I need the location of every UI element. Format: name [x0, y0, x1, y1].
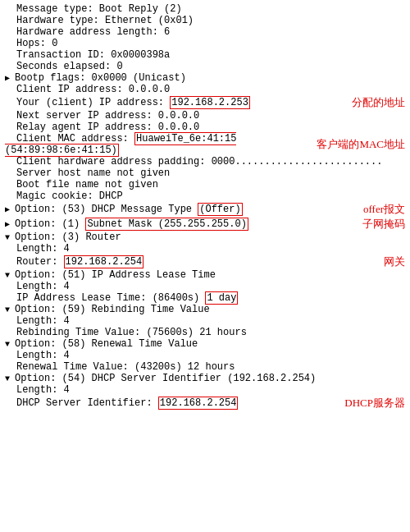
highlighted-value-opt3-router: 192.168.2.254 [64, 255, 144, 268]
line-opt59: ▼Option: (59) Rebinding Time Value [5, 304, 405, 315]
text-opt58-len: Length: 4 [16, 350, 70, 361]
line-opt58-val: Renewal Time Value: (43200s) 12 hours [5, 361, 405, 373]
line-opt59-val: Rebinding Time Value: (75600s) 21 hours [5, 327, 405, 338]
text-bootp: Bootp flags: 0x0000 (Unicast) [15, 72, 186, 84]
line-opt1: ▶Option: (1) Subnet Mask (255.255.255.0)… [5, 217, 405, 232]
line-your-ip: Your (client) IP address: 192.168.2.253分… [5, 95, 405, 110]
annotation-opt1: 子网掩码 [362, 217, 405, 232]
text-msg-type: Message type: Boot Reply (2) [16, 3, 182, 15]
text-before-opt51-val: IP Address Lease Time: (86400s) [16, 292, 205, 304]
text-hw-addr-len: Hardware address length: 6 [16, 26, 170, 38]
text-boot-file: Boot file name not given [16, 179, 158, 190]
text-client-hw-pad: Client hardware address padding: 0000...… [16, 156, 382, 167]
arrow-down-icon[interactable]: ▼ [5, 233, 15, 242]
line-opt54-len: Length: 4 [5, 384, 405, 396]
text-opt51: Option: (51) IP Address Lease Time [15, 269, 216, 281]
line-seconds: Seconds elapsed: 0 [5, 61, 405, 72]
text-opt54-len: Length: 4 [16, 384, 70, 396]
annotation-client-mac: 客户端的MAC地址 [317, 137, 405, 152]
text-opt3-len: Length: 4 [16, 243, 70, 255]
line-magic-cookie: Magic cookie: DHCP [5, 190, 405, 202]
highlighted-value-opt1: Subnet Mask (255.255.255.0) [85, 218, 248, 231]
text-txid: Transaction ID: 0x0000398a [16, 49, 170, 61]
arrow-right-icon[interactable]: ▶ [5, 73, 15, 83]
line-opt53: ▶Option: (53) DHCP Message Type (Offer)o… [5, 202, 405, 217]
line-opt51: ▼Option: (51) IP Address Lease Time [5, 269, 405, 281]
text-opt59-val: Rebinding Time Value: (75600s) 21 hours [16, 327, 247, 338]
line-server-host: Server host name not given [5, 167, 405, 179]
arrow-right-icon[interactable]: ▶ [5, 219, 15, 229]
line-msg-type: Message type: Boot Reply (2) [5, 3, 405, 15]
text-opt59-len: Length: 4 [16, 315, 70, 327]
annotation-opt3-router: 网关 [384, 255, 405, 269]
text-opt58: Option: (58) Renewal Time Value [15, 338, 198, 350]
arrow-down-icon[interactable]: ▼ [5, 305, 15, 314]
arrow-down-icon[interactable]: ▼ [5, 271, 15, 280]
line-opt51-val: IP Address Lease Time: (86400s) 1 day [5, 292, 405, 304]
line-client-hw-pad: Client hardware address padding: 0000...… [5, 156, 405, 167]
line-txid: Transaction ID: 0x0000398a [5, 49, 405, 61]
arrow-down-icon[interactable]: ▼ [5, 374, 15, 383]
packet-detail-panel: Message type: Boot Reply (2)Hardware typ… [0, 0, 410, 414]
line-opt54-val: DHCP Server Identifier: 192.168.2.254DHC… [5, 396, 405, 410]
line-next-server: Next server IP address: 0.0.0.0 [5, 110, 405, 122]
text-before-opt54-val: DHCP Server Identifier: [16, 397, 158, 409]
annotation-opt53: offer报文 [363, 202, 405, 217]
text-magic-cookie: Magic cookie: DHCP [16, 190, 123, 202]
text-server-host: Server host name not given [16, 167, 170, 179]
highlighted-value-opt53: (Offer) [198, 203, 242, 216]
line-bootp: ▶Bootp flags: 0x0000 (Unicast) [5, 72, 405, 84]
highlighted-value-opt51-val: 1 day [205, 291, 238, 305]
line-opt58-len: Length: 4 [5, 350, 405, 361]
line-opt3-len: Length: 4 [5, 243, 405, 255]
line-opt54: ▼Option: (54) DHCP Server Identifier (19… [5, 373, 405, 384]
text-before-opt3-router: Router: [16, 256, 64, 268]
text-opt3: Option: (3) Router [15, 232, 121, 243]
line-hops: Hops: 0 [5, 38, 405, 49]
line-opt59-len: Length: 4 [5, 315, 405, 327]
line-opt3: ▼Option: (3) Router [5, 232, 405, 243]
highlighted-value-opt54-val: 192.168.2.254 [158, 397, 239, 410]
arrow-down-icon[interactable]: ▼ [5, 340, 15, 349]
text-opt59: Option: (59) Rebinding Time Value [15, 304, 210, 315]
line-opt51-len: Length: 4 [5, 281, 405, 292]
line-relay: Relay agent IP address: 0.0.0.0 [5, 122, 405, 133]
line-client-ip: Client IP address: 0.0.0.0 [5, 84, 405, 95]
line-opt3-router: Router: 192.168.2.254网关 [5, 255, 405, 269]
text-before-opt1: Option: (1) [15, 218, 85, 230]
text-before-your-ip: Your (client) IP address: [16, 97, 170, 108]
arrow-right-icon[interactable]: ▶ [5, 204, 15, 214]
line-boot-file: Boot file name not given [5, 179, 405, 190]
line-hw-addr-len: Hardware address length: 6 [5, 26, 405, 38]
annotation-opt54-val: DHCP服务器 [344, 396, 405, 410]
line-client-mac: Client MAC address: HuaweiTe_6e:41:15 (5… [5, 133, 405, 156]
text-opt54: Option: (54) DHCP Server Identifier (192… [15, 373, 316, 384]
text-before-client-mac: Client MAC address: [16, 133, 134, 144]
annotation-your-ip: 分配的地址 [352, 95, 405, 110]
highlighted-value-your-ip: 192.168.2.253 [170, 96, 250, 109]
text-opt51-len: Length: 4 [16, 281, 70, 292]
line-opt58: ▼Option: (58) Renewal Time Value [5, 338, 405, 350]
text-client-ip: Client IP address: 0.0.0.0 [16, 84, 170, 95]
text-before-opt53: Option: (53) DHCP Message Type [15, 204, 198, 215]
text-next-server: Next server IP address: 0.0.0.0 [16, 110, 199, 122]
text-hw-type: Hardware type: Ethernet (0x01) [16, 15, 194, 26]
text-relay: Relay agent IP address: 0.0.0.0 [16, 122, 199, 133]
line-hw-type: Hardware type: Ethernet (0x01) [5, 15, 405, 26]
text-opt58-val: Renewal Time Value: (43200s) 12 hours [16, 361, 235, 373]
text-seconds: Seconds elapsed: 0 [16, 61, 123, 72]
text-hops: Hops: 0 [16, 38, 57, 49]
